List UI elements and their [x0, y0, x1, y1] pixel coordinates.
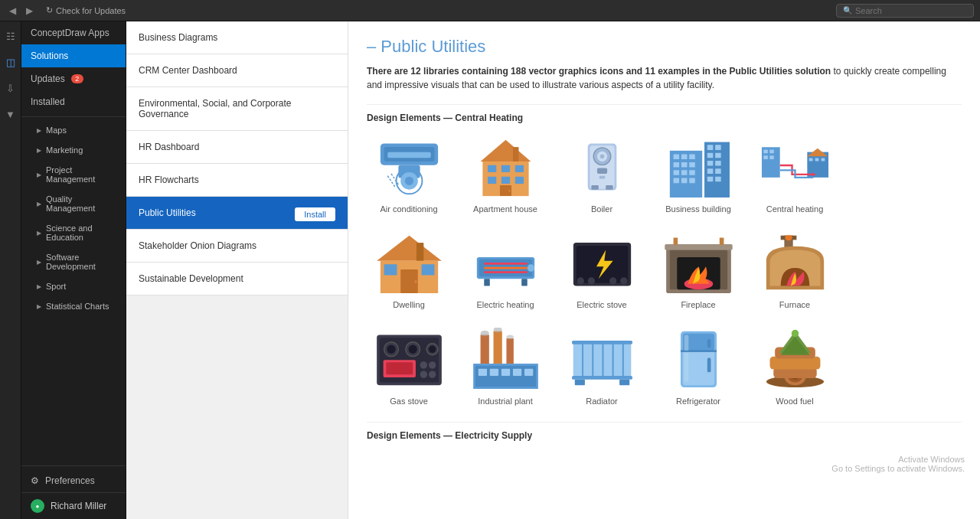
svg-rect-40	[681, 178, 687, 183]
middle-item-stakeholder[interactable]: Stakeholder Onion Diagrams	[126, 230, 348, 263]
svg-rect-122	[524, 369, 532, 376]
sidebar-item-solutions[interactable]: Solutions	[21, 44, 126, 67]
svg-rect-16	[514, 176, 523, 183]
svg-rect-46	[715, 152, 721, 158]
svg-rect-34	[681, 162, 687, 167]
middle-item-sustainable[interactable]: Sustainable Development	[126, 263, 348, 295]
gas-stove-label: Gas stove	[390, 396, 428, 406]
middle-panel: Business Diagrams CRM Center Dashboard E…	[126, 21, 348, 519]
sidebar-item-conceptdraw-apps[interactable]: ConceptDraw Apps	[21, 21, 126, 44]
software-dev-label: Software Development	[46, 253, 119, 271]
svg-point-108	[420, 371, 426, 378]
radiator-label: Radiator	[586, 396, 618, 406]
middle-item-public-utilities[interactable]: Public Utilities Install	[126, 197, 348, 230]
fireplace-label: Fireplace	[681, 299, 715, 310]
svg-rect-49	[707, 168, 713, 174]
sidebar-user[interactable]: ● Richard Miller	[21, 492, 126, 519]
check-updates-button[interactable]: ↻ Check for Updates	[40, 4, 132, 17]
sidebar-list-item-quality-management[interactable]: ▶ Quality Management	[21, 189, 126, 218]
svg-point-107	[428, 361, 435, 368]
sport-label: Sport	[46, 282, 66, 291]
apps-icon[interactable]: ☷	[2, 28, 19, 44]
svg-point-85	[620, 277, 627, 284]
svg-rect-110	[480, 335, 488, 364]
svg-rect-90	[665, 244, 732, 250]
svg-rect-39	[673, 178, 679, 183]
updates-icon[interactable]: ⇩	[2, 80, 19, 96]
solutions-icon[interactable]: ◫	[2, 54, 19, 70]
middle-item-hr-dashboard[interactable]: HR Dashboard	[126, 131, 348, 164]
sidebar-list-item-marketing[interactable]: ▶ Marketing	[21, 140, 126, 160]
icon-electric-heating: Electric heating	[463, 230, 547, 310]
svg-point-103	[428, 346, 435, 353]
middle-item-business-diagrams[interactable]: Business Diagrams	[126, 21, 348, 54]
page-title: – Public Utilities	[367, 37, 962, 57]
svg-rect-145	[684, 335, 688, 351]
svg-point-95	[785, 235, 792, 241]
back-arrow[interactable]: ◀	[6, 5, 18, 17]
svg-rect-127	[603, 342, 612, 378]
icon-central-heating: Central heating	[753, 134, 837, 214]
svg-point-156	[791, 330, 798, 337]
middle-item-crm[interactable]: CRM Center Dashboard	[126, 54, 348, 87]
search-input[interactable]	[855, 6, 967, 15]
svg-point-82	[577, 277, 583, 284]
boiler-label: Boiler	[591, 204, 612, 214]
solutions-label: Solutions	[31, 51, 68, 61]
svg-rect-55	[769, 149, 774, 153]
sidebar-list-item-science[interactable]: ▶ Science and Education	[21, 218, 126, 247]
svg-rect-50	[715, 168, 721, 174]
svg-rect-137	[574, 380, 584, 386]
sidebar-list-item-project-management[interactable]: ▶ Project Management	[21, 160, 126, 189]
icon-boiler: Boiler	[560, 134, 644, 214]
svg-point-18	[508, 190, 510, 192]
sidebar-item-updates[interactable]: Updates 2	[21, 67, 126, 90]
wood-fuel-label: Wood fuel	[776, 396, 813, 406]
svg-rect-70	[416, 243, 423, 261]
sidebar-list-item-maps[interactable]: ▶ Maps	[21, 120, 126, 140]
updates-label: Updates	[31, 73, 65, 84]
svg-point-113	[480, 331, 488, 337]
svg-rect-146	[684, 353, 688, 382]
svg-point-109	[428, 371, 435, 378]
icon-apartment-house: Apartment house	[463, 134, 547, 214]
svg-rect-125	[583, 342, 592, 378]
middle-item-hr-flowcharts[interactable]: HR Flowcharts	[126, 164, 348, 197]
svg-rect-126	[593, 342, 602, 378]
top-bar: ◀ ▶ ↻ Check for Updates 🔍	[0, 0, 980, 21]
svg-rect-48	[715, 161, 721, 166]
svg-rect-118	[478, 369, 486, 376]
sidebar-list-item-software-dev[interactable]: ▶ Software Development	[21, 247, 126, 276]
svg-rect-67	[421, 264, 434, 275]
sidebar-content: ConceptDraw Apps Solutions Updates 2 Ins…	[21, 21, 126, 519]
play-icon: ▶	[37, 171, 41, 178]
svg-rect-77	[521, 279, 528, 286]
sidebar-list-item-sport[interactable]: ▶ Sport	[21, 276, 126, 296]
sidebar-list-item-statistical[interactable]: ▶ Statistical Charts	[21, 296, 126, 316]
middle-item-esg[interactable]: Environmental, Social, and Corporate Gov…	[126, 87, 348, 131]
search-icon: 🔍	[843, 6, 852, 15]
svg-point-101	[408, 345, 416, 354]
sidebar-item-preferences[interactable]: ⚙ Preferences	[21, 469, 126, 492]
installed-label: Installed	[31, 96, 65, 107]
svg-rect-121	[512, 369, 521, 376]
sidebar-section: ▶ Maps ▶ Marketing ▶ Project Management …	[21, 120, 126, 462]
svg-point-106	[420, 361, 426, 368]
svg-rect-51	[707, 176, 713, 181]
install-button[interactable]: Install	[295, 207, 335, 221]
updates-badge: 2	[71, 74, 83, 83]
sidebar-item-installed[interactable]: Installed	[21, 90, 126, 113]
play-icon: ▶	[37, 127, 41, 134]
svg-rect-130	[582, 342, 583, 378]
svg-rect-119	[489, 369, 498, 376]
forward-arrow[interactable]: ▶	[23, 5, 35, 17]
svg-point-69	[414, 280, 417, 283]
installed-icon[interactable]: ▼	[2, 106, 19, 122]
icon-dwelling: Dwelling	[367, 230, 451, 310]
apartment-house-label: Apartment house	[473, 204, 537, 214]
preferences-label: Preferences	[45, 475, 95, 486]
svg-rect-27	[591, 185, 598, 190]
air-conditioning-label: Air conditioning	[380, 204, 437, 214]
svg-rect-111	[493, 331, 501, 364]
svg-rect-135	[571, 341, 632, 344]
